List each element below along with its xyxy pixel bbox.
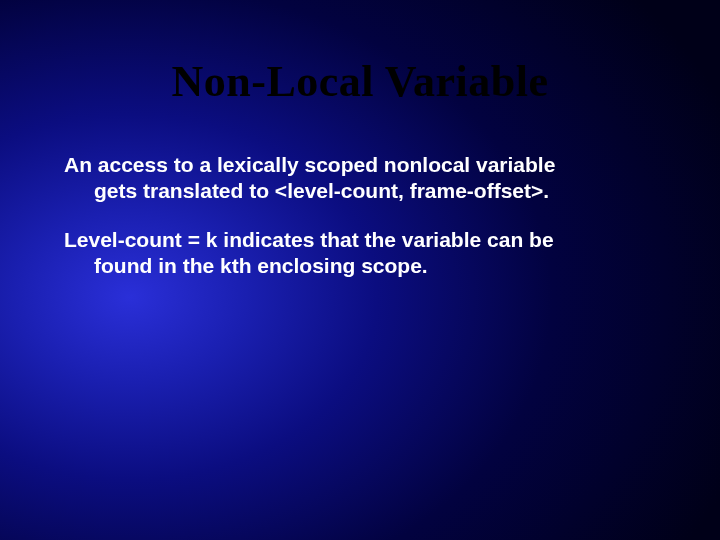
- slide-title: Non-Local Variable: [0, 56, 720, 107]
- slide: Non-Local Variable An access to a lexica…: [0, 0, 720, 540]
- paragraph: An access to a lexically scoped nonlocal…: [64, 152, 650, 205]
- paragraph: Level-count = k indicates that the varia…: [64, 227, 650, 280]
- slide-body: An access to a lexically scoped nonlocal…: [64, 152, 650, 301]
- paragraph-line: Level-count = k indicates that the varia…: [64, 228, 554, 251]
- paragraph-line: gets translated to <level-count, frame-o…: [94, 178, 650, 204]
- paragraph-line: An access to a lexically scoped nonlocal…: [64, 153, 555, 176]
- paragraph-line: found in the kth enclosing scope.: [94, 253, 650, 279]
